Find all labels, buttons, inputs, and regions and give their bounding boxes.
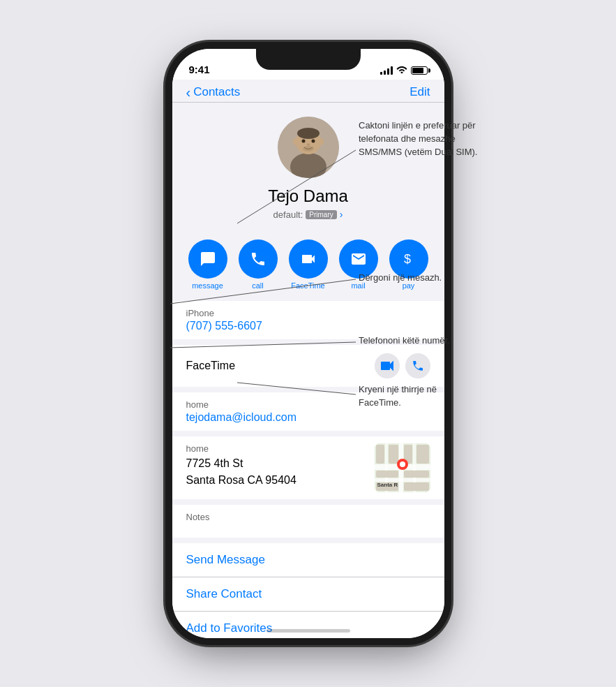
screen[interactable]: ‹ Contacts Edit [172,80,444,638]
svg-rect-18 [389,445,398,464]
phone-number[interactable]: (707) 555-6607 [186,320,262,332]
facetime-icon-circle [289,239,328,279]
share-contact-link[interactable]: Share Contact [186,587,262,600]
annotation-1-text: Caktoni linjën e preferuar për telefonat… [359,120,477,157]
svg-point-9 [303,146,314,152]
annotation-4: Kryeni një thirrje në FaceTime. [359,383,470,409]
map-label: Santa R [377,482,398,488]
facetime-video-button[interactable] [375,353,400,378]
annotation-1: Caktoni linjën e preferuar për telefonat… [359,119,484,159]
svg-rect-17 [376,445,384,464]
notes-label: Notes [186,512,430,522]
facetime-action-button[interactable]: FaceTime [289,239,328,290]
add-favorites-row[interactable]: Add to Favorites [172,612,444,638]
svg-rect-22 [404,471,429,478]
svg-point-6 [301,140,305,143]
status-icons [380,65,428,75]
svg-rect-20 [416,445,429,464]
svg-point-7 [311,140,315,143]
battery-icon [411,66,428,75]
facetime-row: FaceTime [172,345,444,387]
svg-point-4 [293,138,299,145]
svg-point-26 [400,461,405,467]
primary-badge: Primary [306,210,336,219]
back-label: Contacts [193,85,240,99]
address-row[interactable]: home 7725 4th St Santa Rosa CA 95404 [172,436,444,499]
call-action-label: call [252,281,264,290]
send-message-link[interactable]: Send Message [186,553,265,566]
wifi-icon [396,65,407,75]
address-section: home 7725 4th St Santa Rosa CA 95404 [172,436,444,499]
scene: 9:41 ‹ [0,0,616,687]
contact-default-line[interactable]: default: Primary › [273,209,343,220]
address-line1: 7725 4th St [186,455,296,472]
action-links-section: Send Message Share Contact Add to Favori… [172,543,444,638]
status-time: 9:41 [189,64,210,75]
address-line2: Santa Rosa CA 95404 [186,472,296,489]
home-indicator [266,629,350,633]
annotation-4-text: Kryeni një thirrje në FaceTime. [359,384,437,408]
signal-icon [380,66,393,75]
annotation-3-text: Telefononi këtë numër. [359,335,450,346]
facetime-audio-button[interactable] [405,353,430,378]
message-icon-circle [188,239,227,279]
svg-rect-21 [376,471,398,478]
call-action-button[interactable]: call [239,239,278,290]
svg-point-3 [297,128,320,139]
annotation-2: Dërgoni një mesazh. [359,271,470,284]
annotation-3: Telefononi këtë numër. [359,334,470,347]
facetime-section: FaceTime [172,345,444,387]
facetime-icons [375,353,430,378]
notch [256,49,361,70]
back-button[interactable]: ‹ Contacts [186,85,241,99]
facetime-action-label: FaceTime [291,281,325,290]
svg-rect-24 [404,482,429,491]
default-chevron-icon: › [340,209,343,220]
map-thumbnail[interactable]: Santa R [375,443,430,492]
annotation-2-text: Dërgoni një mesazh. [359,272,442,283]
add-favorites-link[interactable]: Add to Favorites [186,621,273,635]
contact-name: Tejo Dama [268,186,348,206]
back-chevron-icon: ‹ [186,85,191,99]
avatar [278,117,339,178]
notes-section: Notes [172,505,444,538]
svg-point-5 [318,138,324,145]
phone-label: iPhone [186,308,430,318]
send-message-row[interactable]: Send Message [172,543,444,577]
default-text: default: [273,209,303,220]
svg-point-8 [307,144,310,146]
email-value[interactable]: tejodama@icloud.com [186,411,297,423]
call-icon-circle [239,239,278,279]
nav-bar: ‹ Contacts Edit [172,80,444,103]
share-contact-row[interactable]: Share Contact [172,577,444,612]
address-text: home 7725 4th St Santa Rosa CA 95404 [186,443,296,489]
message-action-button[interactable]: message [188,239,227,290]
notes-row: Notes [172,505,444,538]
svg-text:$: $ [404,252,411,266]
edit-button[interactable]: Edit [410,85,430,99]
facetime-label: FaceTime [186,360,236,372]
message-action-label: message [192,281,223,290]
address-label: home [186,443,296,454]
action-buttons: message call FaceTime [172,231,444,301]
